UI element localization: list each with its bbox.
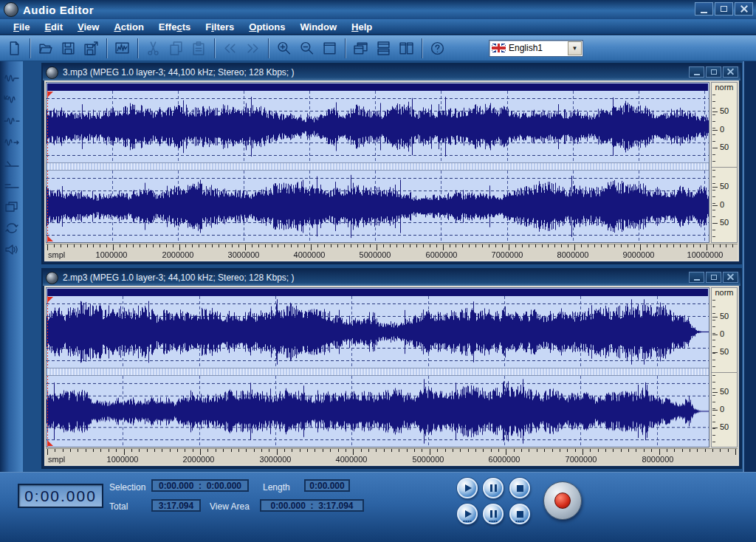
tile-horizontal-button[interactable] — [373, 38, 394, 58]
open-button[interactable] — [35, 38, 56, 58]
cursor-marker-bottom[interactable] — [47, 440, 53, 446]
cascade-windows-button[interactable] — [350, 38, 371, 58]
menu-window[interactable]: Window — [292, 21, 344, 32]
stop-button[interactable] — [509, 478, 530, 498]
amplitude-scale: norm 50 0 50 50 0 50 — [711, 287, 738, 447]
maximize-icon — [721, 6, 727, 12]
record-button[interactable] — [543, 481, 582, 520]
cursor-marker-bottom[interactable] — [47, 236, 53, 241]
doc-maximize-button[interactable] — [706, 272, 721, 283]
paste-button[interactable] — [188, 38, 210, 58]
menu-help[interactable]: Help — [344, 21, 379, 32]
doc-maximize-button[interactable] — [706, 66, 721, 78]
pause-button[interactable] — [483, 478, 504, 498]
minimize-icon — [694, 279, 700, 281]
play-all-button[interactable] — [457, 504, 478, 524]
waveform-canvas-right[interactable] — [47, 376, 709, 447]
back-button[interactable] — [219, 38, 241, 58]
overview-bar[interactable] — [47, 289, 708, 296]
stop-all-button[interactable] — [509, 504, 530, 524]
baseline-button[interactable] — [2, 174, 21, 196]
amplitude-scale: norm 50 0 50 50 0 50 — [711, 82, 738, 243]
waveform-display[interactable] — [46, 287, 709, 447]
ruler-tick-label: 5000000 — [413, 455, 444, 464]
scale-mode-label: norm — [712, 83, 737, 92]
waveform-view-button[interactable] — [111, 38, 133, 58]
forward-button[interactable] — [242, 38, 264, 58]
maximize-button[interactable] — [715, 2, 733, 16]
doc-title-bar[interactable]: 2.mp3 (MPEG 1.0 layer-3; 44,100 kHz; Ste… — [43, 270, 740, 286]
level-line-button[interactable] — [2, 153, 21, 174]
menu-file[interactable]: File — [6, 21, 37, 32]
wave-edit-button[interactable] — [2, 67, 21, 89]
toolbar-separator — [214, 38, 215, 58]
loop-playback-button[interactable] — [2, 217, 21, 239]
minimize-button[interactable] — [695, 2, 713, 16]
tile-horizontal-icon — [376, 41, 391, 56]
doc-close-button[interactable] — [723, 272, 738, 283]
menu-options[interactable]: Options — [241, 21, 292, 32]
pause-icon — [490, 510, 497, 518]
toolbar-buttons — [3, 38, 449, 58]
doc-minimize-button[interactable] — [689, 66, 704, 78]
doc-close-button[interactable] — [723, 66, 738, 78]
ruler-tick-label: 4000000 — [336, 455, 368, 464]
save-as-button[interactable] — [80, 38, 102, 58]
copy-window-button[interactable] — [2, 196, 21, 217]
channel-left — [47, 91, 709, 162]
pause-all-button[interactable] — [483, 504, 504, 524]
waveform-canvas-right[interactable] — [47, 171, 709, 242]
maximize-window-icon — [322, 41, 337, 56]
sample-ruler[interactable]: smpl 10000002000000300000040000005000000… — [46, 244, 738, 260]
menu-edit[interactable]: Edit — [37, 21, 70, 32]
menu-effects[interactable]: Effects — [151, 21, 198, 32]
wave-stretch-button[interactable] — [2, 110, 21, 131]
overview-bar[interactable] — [47, 83, 708, 91]
zoom-out-button[interactable] — [296, 38, 317, 58]
language-select[interactable]: English1 ▼ — [489, 40, 583, 57]
help-button[interactable] — [427, 38, 448, 58]
waveform-display[interactable] — [46, 82, 709, 243]
save-icon — [61, 41, 76, 56]
title-bar[interactable]: Audio Editor — [0, 0, 756, 19]
new-button[interactable] — [4, 38, 25, 58]
combo-dropdown-button[interactable]: ▼ — [568, 41, 582, 55]
close-button[interactable] — [735, 2, 753, 16]
app-title: Audio Editor — [23, 4, 94, 16]
ruler-tick-label: 1000000 — [96, 250, 128, 259]
wave-forward-button[interactable] — [2, 131, 21, 153]
ruler-tick-label: 1000000 — [107, 455, 139, 464]
menu-filters[interactable]: Filters — [198, 21, 241, 32]
copy-window-icon — [4, 200, 20, 213]
copy-button[interactable] — [165, 38, 187, 58]
waveform-canvas-left[interactable] — [47, 296, 709, 368]
play-icon — [465, 510, 472, 518]
menu-view[interactable]: View — [70, 21, 106, 32]
speaker-button[interactable] — [2, 239, 21, 260]
ruler-unit-label: smpl — [48, 455, 65, 464]
doc-icon — [46, 66, 58, 79]
sample-ruler[interactable]: smpl 10000002000000300000040000005000000… — [46, 448, 738, 464]
open-icon — [38, 41, 53, 56]
cut-button[interactable] — [142, 38, 164, 58]
tile-vertical-button[interactable] — [396, 38, 417, 58]
record-icon — [554, 493, 571, 509]
doc-body: norm 50 0 50 50 0 50 — [44, 80, 739, 261]
doc-title-text: 2.mp3 (MPEG 1.0 layer-3; 44,100 kHz; Ste… — [63, 272, 294, 283]
doc-title-bar[interactable]: 3.mp3 (MPEG 1.0 layer-3; 44,100 kHz; Ste… — [43, 64, 740, 80]
play-button[interactable] — [457, 478, 478, 498]
ruler-tick-label: 6000000 — [426, 250, 458, 259]
menu-action[interactable]: Action — [106, 21, 151, 32]
zoom-in-button[interactable] — [273, 38, 295, 58]
cursor-marker-top[interactable] — [47, 297, 53, 303]
waveform-canvas-left[interactable] — [47, 91, 709, 162]
zoom-in-icon — [276, 41, 292, 56]
cursor-marker-top[interactable] — [47, 92, 53, 97]
copy-icon — [168, 41, 184, 56]
wave-shrink-button[interactable] — [2, 89, 21, 110]
doc-minimize-button[interactable] — [689, 272, 704, 283]
scale-right-channel: 50 0 50 — [712, 372, 737, 447]
maximize-window-button[interactable] — [319, 38, 340, 58]
cascade-windows-icon — [353, 41, 368, 56]
save-button[interactable] — [58, 38, 79, 58]
